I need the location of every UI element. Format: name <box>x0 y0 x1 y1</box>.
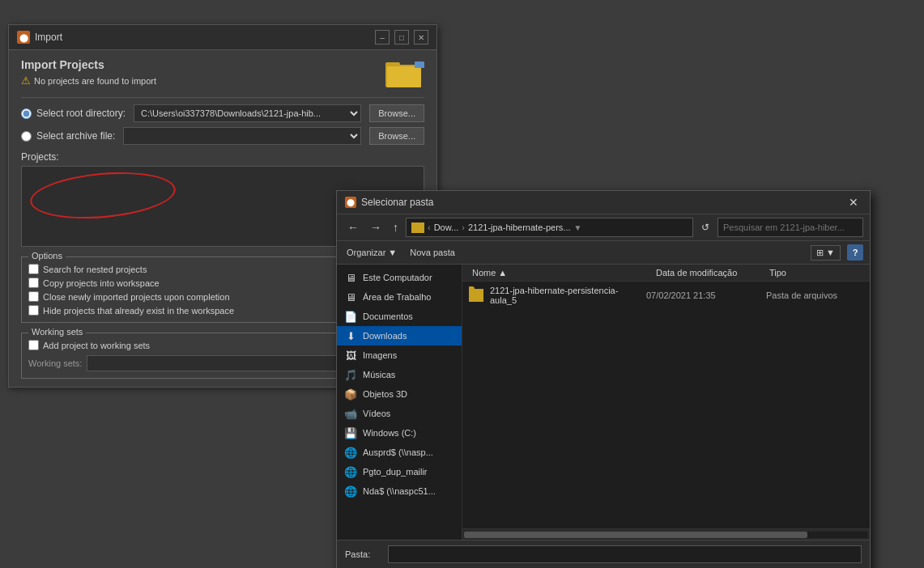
radio-archive[interactable] <box>21 131 32 142</box>
sidebar-item-downloads[interactable]: ⬇ Downloads <box>337 326 462 345</box>
working-sets-legend: Working sets <box>28 327 86 337</box>
fb-horizontal-scrollbar[interactable] <box>462 528 870 540</box>
col-tipo-label: Tipo <box>769 268 786 278</box>
fb-sidebar: 🖥 Este Computador 🖥 Área de Trabalho 📄 D… <box>337 265 462 540</box>
close-button[interactable]: ✕ <box>414 30 428 45</box>
add-working-sets-checkbox[interactable] <box>28 340 39 350</box>
hide-existing-checkbox[interactable] <box>28 305 39 316</box>
fb-breadcrumb: ‹ Dow... › 2121-jpa-hibernate-pers... ▼ <box>406 218 693 237</box>
fb-organizar-button[interactable]: Organizar ▼ <box>343 246 400 259</box>
minimize-button[interactable]: – <box>375 30 390 45</box>
fb-nova-pasta-button[interactable]: Nova pasta <box>407 246 458 259</box>
fb-refresh-button[interactable]: ↺ <box>696 220 714 235</box>
filebrowser-dialog: ⬤ Selecionar pasta ✕ ← → ↑ ‹ Dow... › 21… <box>336 190 871 568</box>
sidebar-item-label: Pgto_dup_mailir <box>363 467 428 477</box>
fb-help-button[interactable]: ? <box>847 244 863 261</box>
sidebar-item-windows-c[interactable]: 💾 Windows (C:) <box>337 423 462 443</box>
sidebar-item-label: Área de Trabalho <box>363 292 431 302</box>
sidebar-item-images[interactable]: 🖼 Imagens <box>337 345 462 365</box>
radio-root-row: Select root directory: C:\Users\oi337378… <box>21 104 424 122</box>
import-icon: ⬤ <box>17 31 30 44</box>
sidebar-item-label: Documentos <box>363 312 413 321</box>
fb-close-button[interactable]: ✕ <box>845 196 862 209</box>
network-nda-icon: 🌐 <box>343 485 358 498</box>
sidebar-item-label: Windows (C:) <box>363 428 416 438</box>
radio-archive-row: Select archive file: Browse... <box>21 127 424 145</box>
sidebar-item-videos[interactable]: 📹 Vídeos <box>337 404 462 423</box>
sidebar-item-music[interactable]: 🎵 Músicas <box>337 365 462 384</box>
fb-title-icon: ⬤ <box>345 197 356 208</box>
sidebar-item-label: Objetos 3D <box>363 389 407 399</box>
fb-title-text: Selecionar pasta <box>361 197 433 208</box>
col-nome-label: Nome <box>472 268 496 278</box>
fb-hscroll-thumb <box>464 532 807 538</box>
fb-bottom: Pasta: Selecionar pasta Cancelar <box>337 540 870 568</box>
copy-projects-checkbox[interactable] <box>28 278 39 288</box>
root-path-select[interactable]: C:\Users\oi337378\Downloads\2121-jpa-hib… <box>134 104 361 122</box>
warning-icon: ⚠ <box>21 74 31 87</box>
browse-archive-button[interactable]: Browse... <box>369 127 424 145</box>
option1-label: Search for nested projects <box>43 265 147 274</box>
col-header-type[interactable]: Tipo <box>766 267 863 278</box>
network-ausprd-icon: 🌐 <box>343 446 358 459</box>
folder-svg <box>385 58 424 91</box>
maximize-button[interactable]: □ <box>394 30 409 45</box>
folder-icon-large <box>385 58 424 91</box>
sidebar-item-label: Downloads <box>363 331 407 341</box>
sidebar-item-label: Imagens <box>363 350 397 360</box>
option4-label: Hide projects that already exist in the … <box>43 306 234 316</box>
fb-breadcrumb-dropdown[interactable]: ▼ <box>574 223 582 232</box>
fb-breadcrumb-sep2: › <box>462 223 465 232</box>
radio-root[interactable] <box>21 108 32 119</box>
fb-breadcrumb-part1: Dow... <box>434 223 459 232</box>
sidebar-item-label: Nda$ (\\naspc51... <box>363 486 436 496</box>
add-working-sets-label: Add project to working sets <box>43 341 150 350</box>
fb-forward-button[interactable]: → <box>366 219 385 235</box>
desktop-icon: 🖥 <box>343 290 358 303</box>
fb-title-left: ⬤ Selecionar pasta <box>345 197 433 208</box>
browse-root-button[interactable]: Browse... <box>369 104 424 122</box>
options-legend: Options <box>28 251 66 261</box>
sidebar-item-3d[interactable]: 📦 Objetos 3D <box>337 384 462 404</box>
import-title-text: Import <box>35 32 62 43</box>
sidebar-item-computer[interactable]: 🖥 Este Computador <box>337 268 462 287</box>
fb-title-bar: ⬤ Selecionar pasta ✕ <box>337 191 870 214</box>
search-nested-checkbox[interactable] <box>28 264 39 274</box>
sidebar-item-label: Ausprd$ (\\nasp... <box>363 447 433 457</box>
fb-pasta-row: Pasta: <box>345 545 862 563</box>
sort-arrow: ▲ <box>498 268 507 278</box>
fb-back-button[interactable]: ← <box>343 219 363 235</box>
fb-pasta-input[interactable] <box>388 545 862 563</box>
sidebar-item-label: Este Computador <box>363 273 432 282</box>
radio-archive-label: Select archive file: <box>36 130 115 142</box>
col-header-date[interactable]: Data de modificação <box>653 267 766 278</box>
sidebar-item-ausprd[interactable]: 🌐 Ausprd$ (\\nasp... <box>337 443 462 462</box>
fb-up-button[interactable]: ↑ <box>389 219 402 235</box>
working-sets-combo-label: Working sets: <box>28 358 82 368</box>
videos-icon: 📹 <box>343 407 358 420</box>
archive-path-select[interactable] <box>123 127 361 145</box>
sidebar-item-documents[interactable]: 📄 Documentos <box>337 307 462 326</box>
import-title-bar: ⬤ Import – □ ✕ <box>9 25 436 50</box>
col-header-name[interactable]: Nome ▲ <box>469 267 653 278</box>
projects-label: Projects: <box>21 151 424 163</box>
annotation-ellipse <box>28 167 177 223</box>
col-data-label: Data de modificação <box>656 268 737 278</box>
sidebar-item-pgto[interactable]: 🌐 Pgto_dup_mailir <box>337 462 462 481</box>
fb-main: 🖥 Este Computador 🖥 Área de Trabalho 📄 D… <box>337 265 870 540</box>
sidebar-item-desktop[interactable]: 🖥 Área de Trabalho <box>337 287 462 307</box>
fb-pasta-label: Pasta: <box>345 549 381 559</box>
import-title-controls: – □ ✕ <box>375 30 428 45</box>
sidebar-item-nda[interactable]: 🌐 Nda$ (\\naspc51... <box>337 481 462 501</box>
table-row[interactable]: 2121-jpa-hibernate-persistencia-aula_5 0… <box>462 282 870 309</box>
fb-view-button[interactable]: ⊞ ▼ <box>811 245 841 261</box>
network-pgto-icon: 🌐 <box>343 465 358 478</box>
fb-organizar-label: Organizar ▼ <box>347 248 397 257</box>
3d-icon: 📦 <box>343 388 358 401</box>
close-imported-checkbox[interactable] <box>28 291 39 302</box>
import-title-left: ⬤ Import <box>17 31 62 44</box>
svg-rect-3 <box>415 61 424 68</box>
fb-search-input[interactable] <box>717 218 863 237</box>
fb-breadcrumb-sep1: ‹ <box>428 223 431 232</box>
downloads-icon: ⬇ <box>343 329 358 342</box>
